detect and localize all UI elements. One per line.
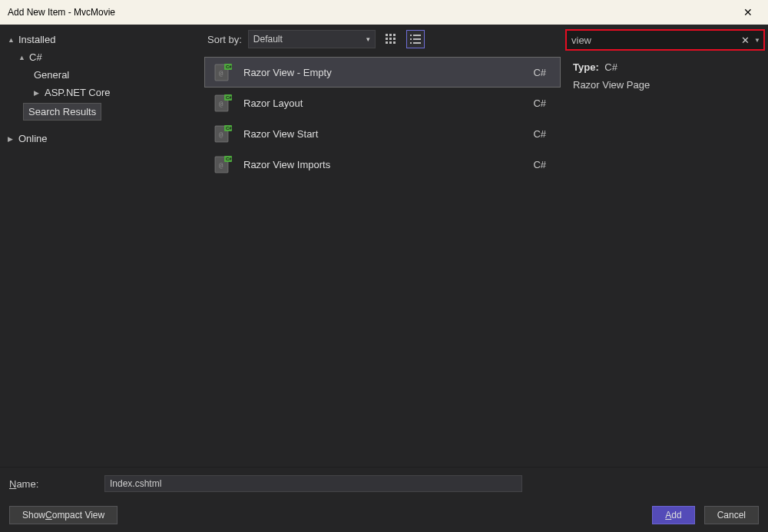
clear-icon[interactable]: ✕ [738, 35, 753, 46]
name-label: Name: [9, 478, 104, 490]
chevron-down-icon: ▾ [366, 35, 370, 43]
tree-general[interactable]: General [3, 66, 198, 84]
razor-file-icon: @C# [213, 62, 233, 82]
window-title: Add New Item - MvcMovie [8, 7, 115, 18]
razor-file-icon: @C# [213, 154, 233, 174]
svg-rect-5 [393, 38, 396, 40]
razor-file-icon: @C# [213, 124, 233, 144]
chevron-right-icon: ▶ [34, 89, 45, 97]
svg-rect-12 [413, 38, 421, 40]
template-lang: C# [533, 97, 552, 109]
razor-file-icon: @C# [213, 93, 233, 113]
chevron-right-icon: ▶ [8, 135, 18, 143]
chevron-down-icon[interactable]: ▼ [753, 37, 762, 44]
svg-rect-7 [389, 41, 392, 44]
svg-rect-8 [393, 41, 396, 44]
template-description: Razor View Page [573, 79, 759, 91]
template-label: Razor View Start [243, 128, 533, 140]
tree-aspnet[interactable]: ▶ ASP.NET Core [3, 84, 198, 101]
close-icon[interactable]: ✕ [733, 6, 763, 18]
template-item[interactable]: @C# Razor Layout C# [204, 88, 561, 118]
svg-rect-14 [413, 42, 421, 44]
compact-view-button[interactable]: Show Compact View [9, 506, 118, 524]
chevron-down-icon: ▲ [8, 36, 18, 44]
search-box[interactable]: ✕ ▼ [565, 29, 765, 51]
svg-text:@: @ [219, 69, 223, 77]
template-list: @C# Razor View - Empty C# @C# Razor Layo… [201, 54, 564, 467]
search-input[interactable] [571, 35, 738, 46]
add-button[interactable]: Add [652, 506, 694, 524]
right-pane: ✕ ▼ Type: C# Razor View Page [564, 25, 768, 467]
svg-text:C#: C# [226, 64, 232, 69]
svg-text:@: @ [219, 100, 223, 107]
template-label: Razor Layout [243, 97, 533, 109]
cancel-button[interactable]: Cancel [704, 506, 759, 524]
sidebar: ▲ Installed ▲ C# General ▶ ASP.NET Core … [0, 25, 201, 467]
svg-rect-3 [386, 38, 388, 40]
view-tiles-button[interactable] [382, 30, 400, 48]
svg-rect-1 [389, 34, 392, 36]
template-item[interactable]: @C# Razor View - Empty C# [204, 57, 561, 88]
view-list-button[interactable] [406, 30, 425, 48]
details-pane: Type: C# Razor View Page [564, 54, 768, 98]
svg-rect-9 [410, 35, 412, 36]
svg-text:@: @ [219, 131, 223, 138]
svg-rect-11 [410, 38, 412, 40]
template-lang: C# [533, 67, 552, 78]
chevron-down-icon: ▲ [18, 54, 29, 61]
bottom-bar: Name: Show Compact View Add Cancel [0, 467, 768, 532]
type-label: Type: [573, 61, 599, 73]
titlebar: Add New Item - MvcMovie ✕ [0, 0, 768, 25]
sort-select[interactable]: Default ▾ [248, 30, 376, 48]
svg-text:C#: C# [226, 126, 232, 131]
template-lang: C# [533, 159, 552, 170]
svg-text:@: @ [219, 161, 223, 169]
name-input[interactable] [104, 475, 522, 492]
center-toolbar: Sort by: Default ▾ [201, 25, 564, 54]
tree-online[interactable]: ▶ Online [3, 130, 198, 147]
tree-search-results[interactable]: Search Results [23, 103, 101, 121]
svg-text:C#: C# [226, 95, 232, 100]
template-item[interactable]: @C# Razor View Imports C# [204, 149, 561, 180]
type-value: C# [604, 61, 617, 73]
svg-rect-10 [413, 35, 421, 36]
svg-rect-13 [410, 42, 412, 44]
svg-text:C#: C# [226, 157, 232, 161]
svg-rect-0 [386, 34, 388, 36]
tree-installed[interactable]: ▲ Installed [3, 31, 198, 48]
svg-rect-4 [389, 38, 392, 40]
tree-csharp[interactable]: ▲ C# [3, 48, 198, 66]
template-item[interactable]: @C# Razor View Start C# [204, 118, 561, 149]
template-label: Razor View - Empty [243, 67, 533, 78]
svg-rect-6 [386, 41, 388, 44]
template-label: Razor View Imports [243, 159, 533, 170]
sort-by-label: Sort by: [207, 34, 242, 45]
svg-rect-2 [393, 34, 396, 36]
template-lang: C# [533, 128, 552, 140]
